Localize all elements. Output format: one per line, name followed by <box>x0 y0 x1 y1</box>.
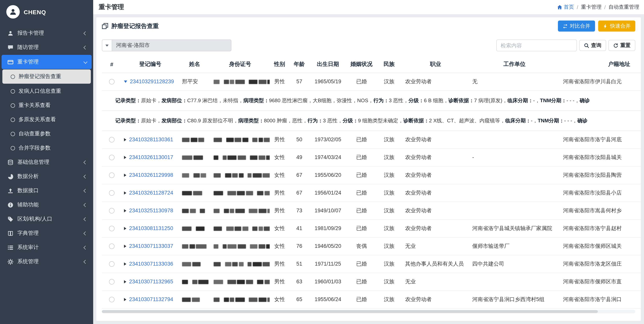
registration-no-link[interactable]: 234103071133037 <box>129 243 173 249</box>
registration-no-link[interactable]: 234103071133036 <box>129 261 173 267</box>
table-row: 234103261129998女性671955/06/20已婚汉族农业劳动者河南… <box>102 166 641 184</box>
tag-icon <box>7 216 14 222</box>
sidebar-item-base-info[interactable]: 基础信息管理 <box>0 155 93 169</box>
sidebar-subitem[interactable]: 肿瘤登记报告查重 <box>2 69 91 84</box>
scrollbar-thumb[interactable] <box>102 310 598 313</box>
masked-id <box>214 298 270 302</box>
sidebar-item-report-card[interactable]: 报告卡管理 <box>0 26 93 40</box>
row-select-radio[interactable] <box>109 155 114 160</box>
registration-no-link[interactable]: 234103071132965 <box>129 279 173 285</box>
upload-icon <box>7 187 14 194</box>
row-select-radio[interactable] <box>109 226 114 231</box>
collapse-caret-icon[interactable] <box>124 81 127 83</box>
registration-no-link[interactable]: 234103261130017 <box>129 154 173 160</box>
sidebar-item-dup-card[interactable]: 重卡管理 <box>2 55 92 69</box>
expand-caret-icon[interactable] <box>124 298 126 301</box>
masked-id <box>214 209 270 213</box>
breadcrumb-item[interactable]: 首页 <box>557 3 574 11</box>
sidebar-item-region-org[interactable]: 区划/机构/人口 <box>0 212 93 226</box>
expand-caret-icon[interactable] <box>124 209 126 213</box>
sidebar-item-audit[interactable]: 系统审计 <box>0 240 93 255</box>
topbar: 重卡管理 首页/重卡管理/自动查重管理 <box>93 0 644 14</box>
name-cell <box>179 291 210 308</box>
search-controls: 查询 重置 <box>496 39 635 51</box>
row-select-radio[interactable] <box>109 190 114 196</box>
expand-caret-icon[interactable] <box>124 156 126 159</box>
marital-status-cell: 已婚 <box>347 291 376 308</box>
masked-id <box>214 244 270 249</box>
address-cell: 河南省洛阳市汝阳县陶营 <box>560 166 641 184</box>
marital-status-cell: 丧偶 <box>347 237 376 255</box>
chevron-left-icon <box>84 45 88 49</box>
expand-caret-icon[interactable] <box>124 192 126 195</box>
row-select-radio[interactable] <box>109 172 114 178</box>
registration-no-link[interactable]: 234103261128724 <box>129 190 173 196</box>
birth-date-cell: 1949/10/07 <box>309 202 347 219</box>
sidebar-subitem[interactable]: 发病人口信息查重 <box>0 84 93 98</box>
birth-date-cell: 1956/01/24 <box>309 184 347 202</box>
compare-merge-button[interactable]: 对比合并 <box>558 20 595 31</box>
sidebar-menu: 报告卡管理随访管理重卡管理肿瘤登记报告查重发病人口信息查重重卡关系查看多原发关系… <box>0 24 93 324</box>
occupation-cell: 其他办事人员和有关人员 <box>402 255 469 273</box>
row-select-radio[interactable] <box>109 297 114 302</box>
sidebar-item-follow-up[interactable]: 随访管理 <box>0 40 93 54</box>
age-cell: 65 <box>290 291 309 308</box>
sidebar-item-data-analysis[interactable]: 数据分析 <box>0 169 93 184</box>
expand-caret-icon[interactable] <box>124 174 126 177</box>
region-value[interactable]: 河南省-洛阳市 <box>112 39 232 51</box>
sidebar-item-dictionary[interactable]: 字典管理 <box>0 226 93 240</box>
sidebar-subitem[interactable]: 自动查重参数 <box>0 127 93 141</box>
occupation-cell: 农业劳动者 <box>402 184 469 202</box>
user-icon <box>7 30 14 36</box>
caret-down-icon[interactable] <box>102 39 112 51</box>
sidebar-item-label: 字典管理 <box>17 230 84 237</box>
age-cell: 73 <box>290 202 309 219</box>
reset-icon <box>613 43 618 48</box>
name-cell <box>179 219 210 237</box>
row-select-radio[interactable] <box>109 208 114 214</box>
reset-button[interactable]: 重置 <box>608 40 635 51</box>
registration-no-link[interactable]: 234103251130978 <box>129 208 173 214</box>
row-select-radio[interactable] <box>109 79 114 84</box>
table-row: 234103281130361男性501973/02/05已婚汉族农业劳动者河南… <box>102 131 641 148</box>
sidebar-item-auxiliary[interactable]: 辅助功能 <box>0 198 93 212</box>
column-header: 工作单位 <box>469 56 560 73</box>
registration-no-link[interactable]: 234103081131250 <box>129 225 173 231</box>
chevron-left-icon <box>84 231 88 235</box>
expand-caret-icon[interactable] <box>124 280 126 284</box>
expand-caret-icon[interactable] <box>124 263 126 266</box>
row-select-radio[interactable] <box>109 137 114 142</box>
sidebar-subitem[interactable]: 合并字段参数 <box>0 141 93 155</box>
registration-no-link[interactable]: 234103071132794 <box>129 296 173 302</box>
age-cell: 67 <box>290 184 309 202</box>
panel-header: 肿瘤登记报告查重 对比合并 快速合并 <box>102 18 641 34</box>
row-select-radio[interactable] <box>109 279 114 285</box>
search-input[interactable] <box>496 39 577 51</box>
registration-no-cell: 234103071132794 <box>122 291 179 308</box>
registration-no-link[interactable]: 234103281130361 <box>129 137 173 142</box>
row-select-radio[interactable] <box>109 244 114 249</box>
occupation-cell: 无业 <box>402 237 469 255</box>
registration-no-link[interactable]: 234103261129998 <box>129 172 173 178</box>
sidebar-item-data-interface[interactable]: 数据接口 <box>0 184 93 198</box>
expand-caret-icon[interactable] <box>124 227 126 230</box>
name-cell <box>179 237 210 255</box>
chevron-left-icon <box>84 174 88 178</box>
region-select[interactable]: 河南省-洛阳市 <box>102 39 232 51</box>
horizontal-scrollbar[interactable] <box>102 310 635 313</box>
age-cell: 51 <box>290 255 309 273</box>
registration-no-link[interactable]: 234103291128239 <box>130 78 174 84</box>
expand-caret-icon[interactable] <box>124 138 126 141</box>
sidebar-subitem[interactable]: 多原发关系查看 <box>0 112 93 127</box>
address-cell: 河南省洛阳市偃师区市直 <box>560 273 641 291</box>
masked-name <box>182 209 205 213</box>
query-button[interactable]: 查询 <box>579 40 606 51</box>
sidebar-item-system[interactable]: 系统管理 <box>0 255 93 269</box>
quick-merge-button[interactable]: 快速合并 <box>598 20 635 31</box>
table-row: 234103071133037女性761946/05/20丧偶汉族无业偃师市输送… <box>102 237 641 255</box>
circle-icon <box>11 146 15 150</box>
age-cell: 50 <box>290 131 309 148</box>
row-select-radio[interactable] <box>109 261 114 267</box>
expand-caret-icon[interactable] <box>124 245 126 248</box>
sidebar-subitem[interactable]: 重卡关系查看 <box>0 98 93 112</box>
